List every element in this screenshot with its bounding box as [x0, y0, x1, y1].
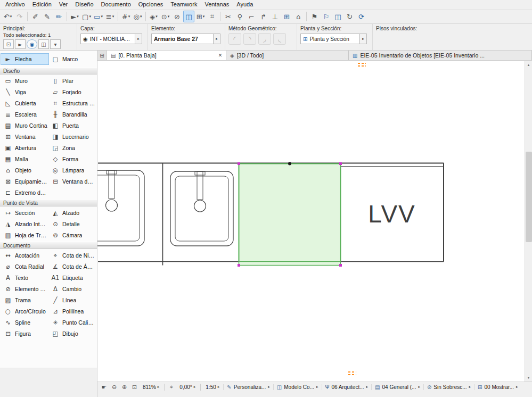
- tool-etiqueta[interactable]: A1 Etiqueta: [48, 272, 96, 283]
- scale-control[interactable]: 1:50 ▸: [203, 384, 222, 390]
- default-settings-button[interactable]: ◉: [27, 39, 37, 49]
- tool-hoja-de-trabajo[interactable]: ▥ Hoja de Trab...: [1, 230, 48, 241]
- element-combo[interactable]: Armario Base 27: [151, 34, 214, 44]
- split-button[interactable]: ✂ ▾: [223, 11, 234, 22]
- element-snap-button[interactable]: ◫ ▾: [183, 11, 194, 22]
- scroll-down-icon[interactable]: ▼: [525, 374, 532, 382]
- tool-zona[interactable]: ◲ Zona: [48, 143, 96, 153]
- tool-alzado-interior[interactable]: ◮ Alzado Interi...: [1, 219, 48, 229]
- projection-button[interactable]: ◈ ▾: [148, 11, 159, 22]
- zoom-level-control[interactable]: 811% ▸: [140, 384, 162, 390]
- pick-up-settings-button[interactable]: ►: [15, 39, 26, 49]
- menu-ver[interactable]: Ver: [55, 1, 72, 9]
- tab-inventario-objetos[interactable]: ▥ EIE-05 Inventario de Objetos [EIE-05 I…: [349, 51, 532, 60]
- rotate-view-button[interactable]: ↻ ▾: [344, 11, 355, 22]
- drawing-canvas[interactable]: LVV: [97, 61, 525, 382]
- status-modelo-completo[interactable]: ◫ Modelo Co... ▸: [273, 384, 322, 390]
- tool-viga[interactable]: ╲ Viga: [1, 87, 48, 97]
- tool-muro[interactable]: ▭ Muro: [1, 76, 48, 86]
- tool-acotacion[interactable]: ↔ Acotación: [1, 250, 48, 261]
- redo-button[interactable]: ↷ ▾: [14, 11, 25, 22]
- status-personalizar[interactable]: ✎ Personaliza... ▸: [223, 384, 273, 390]
- fillet-button[interactable]: ⌐ ▾: [246, 11, 257, 22]
- tool-flecha[interactable]: ► Flecha: [1, 54, 48, 64]
- favorites-popup-button[interactable]: ◫: [38, 39, 49, 49]
- tool-detalle[interactable]: ⊙ Detalle: [48, 219, 96, 229]
- tool-pilar[interactable]: ▯ Pilar: [48, 76, 96, 86]
- inject-parameters-button[interactable]: ✎ ▾: [42, 11, 53, 22]
- menu-ayuda[interactable]: Ayuda: [233, 1, 257, 9]
- new-window-button[interactable]: ⊞ ▾: [281, 11, 292, 22]
- panel-toggle-button[interactable]: ◫ ▾: [332, 11, 343, 22]
- layer-settings-button[interactable]: ≡ ▾: [104, 11, 116, 22]
- tool-muro-cortina[interactable]: ▤ Muro Cortina: [1, 120, 48, 131]
- more-options-button[interactable]: ▾: [50, 39, 61, 49]
- menu-diseno[interactable]: Diseño: [71, 1, 97, 9]
- tool-malla[interactable]: ▦ Malla: [1, 154, 48, 164]
- tab-planta-baja[interactable]: ▤ [0. Planta Baja] ×: [107, 51, 226, 60]
- status-conjunto-plumas[interactable]: ▤ 04 General (... ▸: [371, 384, 423, 390]
- zoom-in-icon[interactable]: ⊕: [120, 383, 129, 391]
- tab-overview-icon[interactable]: ⊞: [97, 51, 107, 60]
- suspend-groups-button[interactable]: ⊘ ▾: [171, 11, 183, 22]
- tool-cota-de-angulo[interactable]: ∡ Cota de Áng...: [48, 261, 96, 272]
- menu-ventanas[interactable]: Ventanas: [201, 1, 233, 9]
- top-edge-node[interactable]: [288, 162, 291, 166]
- status-combinacion-capas[interactable]: Ψ 06 Arquitect... ▸: [322, 384, 372, 390]
- tool-barandilla[interactable]: ╫ Barandilla: [48, 109, 96, 120]
- orientation-control[interactable]: 0,00° ▸: [177, 384, 198, 390]
- zoom-selection-button[interactable]: ⊙ ▾: [160, 11, 171, 22]
- tool-objeto[interactable]: ⌂ Objeto: [1, 165, 48, 176]
- tool-lampara[interactable]: ◎ Lámpara: [48, 165, 96, 176]
- tool-escalera[interactable]: ≣ Escalera: [1, 109, 48, 120]
- tool-linea[interactable]: ╱ Línea: [48, 295, 96, 305]
- adjust-button[interactable]: ↱ ▾: [258, 11, 269, 22]
- tool-marco[interactable]: ▢ Marco: [48, 54, 96, 64]
- tool-estructura-compleja[interactable]: ⌗ Estructura C...: [48, 98, 96, 109]
- grid-snap-button[interactable]: # ▾: [120, 11, 132, 22]
- intersect-button[interactable]: ⊥ ▾: [269, 11, 281, 22]
- tool-ventana-de[interactable]: ⊟ Ventana de ...: [48, 176, 96, 187]
- menu-archivo[interactable]: Archivo: [2, 1, 29, 9]
- layer-combo[interactable]: ◉ INT - MOBILIARIO FIJO.I...: [80, 34, 135, 44]
- geometry-method-1-button[interactable]: ◜: [228, 33, 241, 45]
- scrollbar-thumb[interactable]: [526, 152, 532, 242]
- pick-up-parameters-button[interactable]: ✐ ▾: [30, 11, 41, 22]
- favorites-button[interactable]: ✏ ▾: [53, 11, 64, 22]
- tool-polilinea[interactable]: ⊿ Polilínea: [48, 306, 96, 317]
- tool-ventana[interactable]: ⊞ Ventana: [1, 131, 48, 142]
- tool-cambio[interactable]: Δ Cambio: [48, 284, 96, 294]
- tool-cota-radial[interactable]: ⌀ Cota Radial: [1, 261, 48, 272]
- tool-extremo-de[interactable]: ⊏ Extremo de ...: [1, 187, 48, 198]
- home-story-button[interactable]: ⌂ ▾: [293, 11, 304, 22]
- tab-close-icon[interactable]: ×: [218, 52, 222, 59]
- arrow-tool-button[interactable]: ► ▾: [69, 11, 80, 22]
- menu-documento[interactable]: Documento: [97, 1, 135, 9]
- section-header-punto-de-vista[interactable]: Punto de Vista: [0, 199, 97, 206]
- planta-combo-arrow[interactable]: ▸: [360, 34, 367, 44]
- zoom-out-icon[interactable]: ⊖: [110, 383, 119, 391]
- geometry-method-2-button[interactable]: ◝: [243, 33, 256, 45]
- tool-forma[interactable]: ◇ Forma: [48, 154, 96, 164]
- tool-puerta[interactable]: ◧ Puerta: [48, 120, 96, 131]
- tool-seccion[interactable]: ↦ Sección: [1, 208, 48, 218]
- tool-figura[interactable]: ⊡ Figura: [1, 328, 48, 339]
- undo-button[interactable]: ↶ ▾: [2, 11, 13, 22]
- element-combo-arrow[interactable]: ▸: [214, 34, 220, 44]
- menu-edicion[interactable]: Edición: [29, 1, 55, 9]
- scroll-up-icon[interactable]: ▲: [525, 61, 532, 69]
- geometry-method-3-button[interactable]: ◞: [258, 33, 271, 45]
- tool-cubierta[interactable]: ◺ Cubierta: [1, 98, 48, 109]
- section-header-diseno[interactable]: Diseño: [0, 67, 97, 75]
- rebuild-button[interactable]: ⟳ ▾: [356, 11, 367, 22]
- tool-dibujo[interactable]: ◰ Dibujo: [48, 328, 96, 339]
- stretch-button[interactable]: ⚲ ▾: [234, 11, 245, 22]
- tool-cota-de-nivel[interactable]: ⌖ Cota de Nivel: [48, 250, 96, 261]
- tool-spline[interactable]: ∿ Spline: [1, 317, 48, 328]
- guide-lines-button[interactable]: ⊞ ▾: [195, 11, 206, 22]
- geometry-method-4-button[interactable]: ◟: [273, 33, 286, 45]
- wall-tool-button[interactable]: ▭ ▾: [93, 11, 104, 22]
- marquee-tool-button[interactable]: ▢ ▾: [81, 11, 92, 22]
- tool-forjado[interactable]: ▱ Forjado: [48, 87, 96, 97]
- flag-review-button[interactable]: ⚐ ▾: [321, 11, 332, 22]
